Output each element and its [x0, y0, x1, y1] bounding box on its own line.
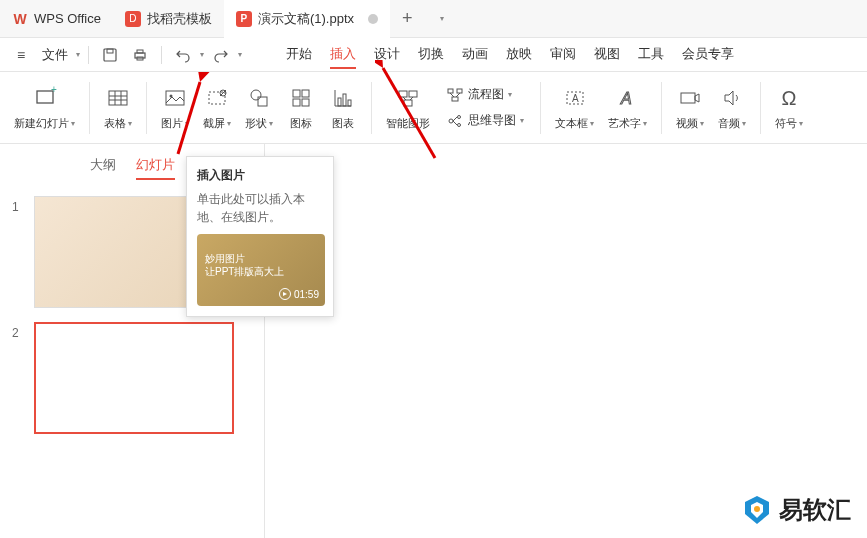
video-label: 视频 [676, 116, 698, 131]
tooltip-description: 单击此处可以插入本地、在线图片。 [197, 190, 323, 226]
card-line2: 让PPT排版高大上 [205, 265, 317, 278]
tooltip-title: 插入图片 [197, 167, 323, 184]
divider [371, 82, 372, 134]
app-tab-wps[interactable]: W WPS Office [0, 0, 113, 38]
save-icon[interactable] [97, 42, 123, 68]
tab-template[interactable]: D 找稻壳模板 [113, 0, 224, 38]
flowchart-button[interactable]: 流程图▾ [442, 84, 528, 106]
mindmap-label: 思维导图 [468, 112, 516, 129]
svg-point-49 [754, 506, 760, 512]
tab-insert[interactable]: 插入 [330, 41, 356, 69]
card-line1: 妙用图片 [205, 252, 317, 265]
audio-icon [718, 84, 746, 112]
file-menu[interactable]: 文件 [38, 46, 72, 64]
slides-tab[interactable]: 幻灯片 [136, 152, 175, 180]
icon-button[interactable]: 图标 [281, 80, 321, 135]
wordart-button[interactable]: A 艺术字▾ [602, 80, 653, 135]
tab-view[interactable]: 视图 [594, 41, 620, 69]
screenshot-icon [203, 84, 231, 112]
canvas[interactable] [265, 144, 867, 538]
svg-line-42 [453, 121, 457, 125]
undo-icon[interactable] [170, 42, 196, 68]
tab-overflow-caret[interactable]: ▾ [429, 6, 455, 32]
table-label: 表格 [104, 116, 126, 131]
svg-rect-29 [409, 91, 417, 97]
redo-icon[interactable] [208, 42, 234, 68]
svg-rect-25 [338, 98, 341, 106]
tab-transition[interactable]: 切换 [418, 41, 444, 69]
shape-button[interactable]: 形状▾ [239, 80, 279, 135]
wordart-icon: A [614, 84, 642, 112]
undo-caret[interactable]: ▾ [200, 50, 204, 59]
thumb-number: 2 [12, 322, 26, 340]
screenshot-label: 截屏 [203, 116, 225, 131]
mindmap-button[interactable]: 思维导图▾ [442, 110, 528, 132]
mindmap-icon [446, 112, 464, 130]
tab-member[interactable]: 会员专享 [682, 41, 734, 69]
divider [146, 82, 147, 134]
image-icon [161, 84, 189, 112]
print-icon[interactable] [127, 42, 153, 68]
close-tab-icon[interactable] [368, 14, 378, 24]
svg-text:+: + [51, 85, 57, 95]
divider [540, 82, 541, 134]
svg-text:A: A [620, 90, 632, 107]
tab-tools[interactable]: 工具 [638, 41, 664, 69]
outline-tab[interactable]: 大纲 [90, 152, 116, 180]
audio-button[interactable]: 音频▾ [712, 80, 752, 135]
hamburger-icon[interactable]: ≡ [8, 42, 34, 68]
svg-line-41 [453, 117, 457, 121]
diagram-column: 流程图▾ 思维导图▾ [438, 84, 532, 132]
table-button[interactable]: 表格▾ [98, 80, 138, 135]
tooltip-video-card[interactable]: 妙用图片 让PPT排版高大上 01:59 [197, 234, 325, 306]
svg-rect-35 [452, 97, 458, 101]
tab-start[interactable]: 开始 [286, 41, 312, 69]
divider [760, 82, 761, 134]
symbol-button[interactable]: Ω 符号▾ [769, 80, 809, 135]
image-button[interactable]: 图片▾ [155, 80, 195, 135]
table-icon [104, 84, 132, 112]
svg-text:A: A [572, 93, 579, 104]
tab-document[interactable]: P 演示文稿(1).pptx [224, 0, 390, 38]
smartart-button[interactable]: 智能图形 [380, 80, 436, 135]
new-slide-button[interactable]: + 新建幻灯片▾ [8, 80, 81, 135]
video-button[interactable]: 视频▾ [670, 80, 710, 135]
audio-label: 音频 [718, 116, 740, 131]
flowchart-label: 流程图 [468, 86, 504, 103]
symbol-icon: Ω [775, 84, 803, 112]
screenshot-button[interactable]: 截屏▾ [197, 80, 237, 135]
redo-caret[interactable]: ▾ [238, 50, 242, 59]
shape-label: 形状 [245, 116, 267, 131]
smartart-icon [394, 84, 422, 112]
file-caret-icon: ▾ [76, 50, 80, 59]
svg-rect-20 [302, 90, 309, 97]
svg-rect-21 [293, 99, 300, 106]
insert-image-tooltip: 插入图片 单击此处可以插入本地、在线图片。 妙用图片 让PPT排版高大上 01:… [186, 156, 334, 317]
video-duration: 01:59 [279, 288, 319, 300]
tab-animation[interactable]: 动画 [462, 41, 488, 69]
watermark-text: 易软汇 [779, 494, 851, 526]
divider [89, 82, 90, 134]
watermark-icon [741, 494, 773, 526]
tab-review[interactable]: 审阅 [550, 41, 576, 69]
textbox-button[interactable]: A 文本框▾ [549, 80, 600, 135]
tab-design[interactable]: 设计 [374, 41, 400, 69]
chart-button[interactable]: 图表 [323, 80, 363, 135]
shape-icon [245, 84, 273, 112]
tab-template-label: 找稻壳模板 [147, 10, 212, 28]
divider [661, 82, 662, 134]
chart-icon [329, 84, 357, 112]
svg-line-37 [456, 93, 460, 97]
svg-point-38 [449, 119, 453, 123]
symbol-label: 符号 [775, 116, 797, 131]
svg-point-17 [251, 90, 261, 100]
wordart-label: 艺术字 [608, 116, 641, 131]
slide-thumb-2[interactable] [34, 322, 234, 434]
svg-rect-26 [343, 94, 346, 106]
image-label: 图片 [161, 116, 183, 131]
svg-rect-46 [681, 93, 695, 103]
tab-slideshow[interactable]: 放映 [506, 41, 532, 69]
svg-rect-27 [348, 100, 351, 106]
add-tab-button[interactable]: + [390, 8, 425, 29]
svg-rect-22 [302, 99, 309, 106]
